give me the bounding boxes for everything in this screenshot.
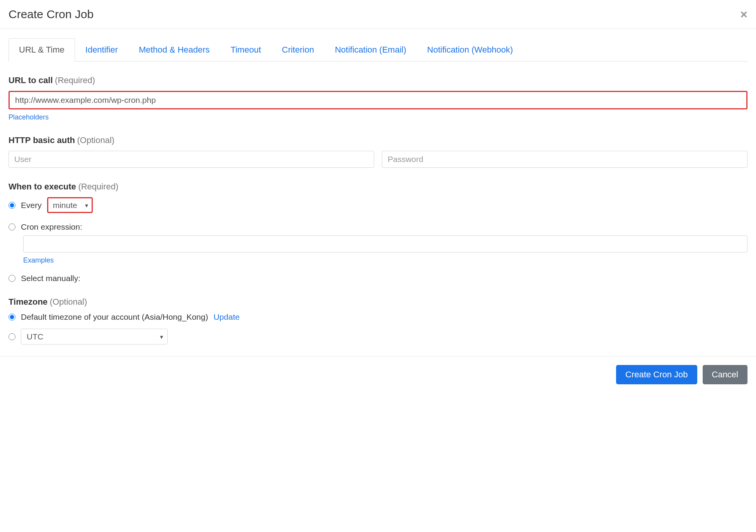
url-section: URL to call (Required) Placeholders xyxy=(9,75,747,121)
tab-method-headers[interactable]: Method & Headers xyxy=(128,38,220,61)
auth-hint: (Optional) xyxy=(77,135,115,145)
auth-section: HTTP basic auth (Optional) xyxy=(9,135,747,168)
radio-every[interactable] xyxy=(9,202,15,209)
every-select[interactable]: minute xyxy=(47,197,93,213)
timezone-section: Timezone (Optional) Default timezone of … xyxy=(9,297,747,344)
placeholders-link[interactable]: Placeholders xyxy=(9,113,49,121)
modal-footer: Create Cron Job Cancel xyxy=(0,356,756,393)
tab-notification-webhook[interactable]: Notification (Webhook) xyxy=(417,38,523,61)
execute-section: When to execute (Required) Every minute … xyxy=(9,182,747,283)
timezone-hint: (Optional) xyxy=(50,297,87,307)
auth-label: HTTP basic auth xyxy=(9,135,75,145)
create-cron-job-button[interactable]: Create Cron Job xyxy=(616,365,697,384)
modal-body: URL & Time Identifier Method & Headers T… xyxy=(0,38,756,344)
url-label: URL to call xyxy=(9,75,53,85)
url-input[interactable] xyxy=(9,91,747,109)
cron-expression-label: Cron expression: xyxy=(21,222,82,232)
tab-criterion[interactable]: Criterion xyxy=(271,38,324,61)
radio-timezone-utc[interactable] xyxy=(9,333,15,340)
auth-user-input[interactable] xyxy=(9,151,374,168)
url-hint: (Required) xyxy=(55,75,95,85)
cron-expression-input[interactable] xyxy=(23,235,747,252)
auth-password-input[interactable] xyxy=(382,151,747,168)
tab-url-time[interactable]: URL & Time xyxy=(9,38,75,61)
timezone-default-label: Default timezone of your account (Asia/H… xyxy=(21,312,208,322)
timezone-select[interactable]: UTC xyxy=(21,329,168,344)
examples-link[interactable]: Examples xyxy=(23,256,54,264)
execute-hint: (Required) xyxy=(78,182,118,191)
tab-notification-email[interactable]: Notification (Email) xyxy=(324,38,417,61)
execute-label: When to execute xyxy=(9,182,76,191)
timezone-label: Timezone xyxy=(9,297,48,307)
timezone-select-wrapper: UTC xyxy=(21,329,168,344)
radio-select-manually[interactable] xyxy=(9,275,15,282)
close-icon[interactable]: × xyxy=(740,8,747,20)
radio-cron-expression[interactable] xyxy=(9,223,15,230)
every-select-wrapper: minute xyxy=(47,197,93,213)
modal-title: Create Cron Job xyxy=(9,8,94,21)
tab-identifier[interactable]: Identifier xyxy=(75,38,128,61)
tab-timeout[interactable]: Timeout xyxy=(220,38,272,61)
timezone-update-link[interactable]: Update xyxy=(213,312,240,322)
cancel-button[interactable]: Cancel xyxy=(703,365,747,384)
every-label: Every xyxy=(21,201,42,210)
create-cron-job-modal: Create Cron Job × URL & Time Identifier … xyxy=(0,0,756,393)
radio-timezone-default[interactable] xyxy=(9,314,15,321)
modal-header: Create Cron Job × xyxy=(0,0,756,29)
select-manually-label: Select manually: xyxy=(21,274,80,283)
tabs: URL & Time Identifier Method & Headers T… xyxy=(9,38,747,61)
